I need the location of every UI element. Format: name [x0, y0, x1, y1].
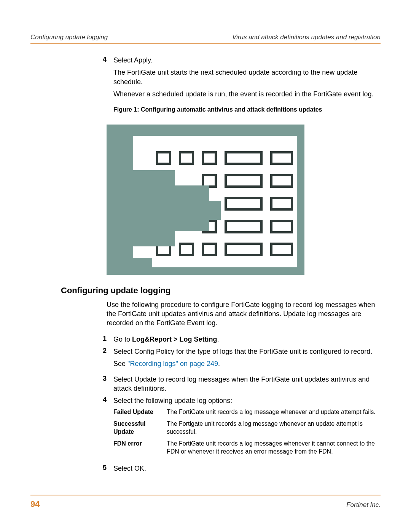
step-number: 3 [91, 375, 113, 393]
figure-caption: Figure 1: Configuring automatic antiviru… [113, 105, 381, 114]
step-text: Go to Log&Report > Log Setting. [113, 335, 381, 344]
cross-reference-link[interactable]: "Recording logs" on page 249 [127, 360, 218, 367]
option-description: The FortiGate unit records a log message… [167, 408, 381, 416]
step-text: Select the following update log options: [113, 396, 381, 405]
option-row: Failed Update The FortiGate unit records… [113, 408, 381, 416]
option-label: Successful Update [113, 420, 167, 436]
header-rule [30, 43, 381, 44]
header-right: Virus and attack definitions updates and… [232, 34, 381, 41]
step-text: Select Config Policy for the type of log… [113, 347, 381, 372]
step-text: Select OK. [113, 464, 381, 473]
section-intro: Use the following procedure to configure… [107, 300, 381, 328]
step-text: The FortiGate unit starts the next sched… [113, 68, 381, 86]
step-number: 4 [91, 396, 113, 459]
step-number: 1 [91, 335, 113, 344]
step-number: 2 [91, 347, 113, 372]
section-heading: Configuring update logging [61, 286, 381, 296]
footer-rule [30, 495, 381, 495]
options-table: Failed Update The FortiGate unit records… [113, 408, 381, 455]
header-left: Configuring update logging [30, 34, 108, 41]
step-text: Select Apply. [113, 56, 381, 65]
step-text: Select Update to record log messages whe… [113, 375, 381, 393]
footer-company: Fortinet Inc. [346, 501, 381, 509]
option-description: The FortiGate unit records a log message… [167, 440, 381, 456]
step-number: 4 [91, 56, 113, 121]
step-text: Whenever a scheduled update is run, the … [113, 89, 381, 99]
option-label: Failed Update [113, 408, 167, 416]
step-number: 5 [91, 464, 113, 473]
figure-image [107, 125, 381, 275]
option-label: FDN error [113, 440, 167, 456]
option-description: The Fortigate unit records a log message… [167, 420, 381, 436]
option-row: Successful Update The Fortigate unit rec… [113, 420, 381, 436]
page-number: 94 [30, 499, 40, 509]
option-row: FDN error The FortiGate unit records a l… [113, 440, 381, 456]
